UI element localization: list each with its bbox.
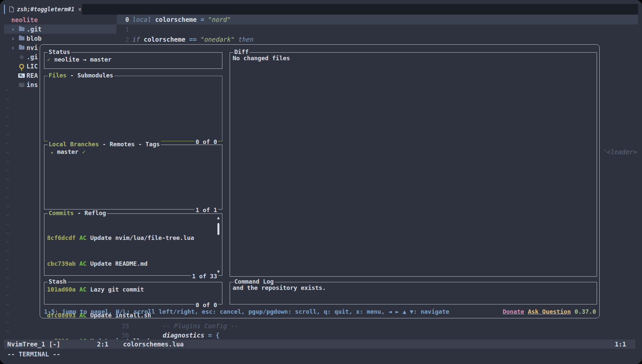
sidebar-item-license[interactable]: LIC [4,62,38,71]
tilde-marker: ~ [6,85,9,94]
status-panel[interactable]: Status ✓ neolite → master [44,52,222,69]
line-number: 0 [117,16,132,23]
tilde-marker: ~ [6,121,9,130]
status-panel-title: Status [48,48,71,55]
tilde-marker: ~ [6,184,9,193]
tilde-marker: ~ [6,103,9,112]
statusline-cursor-position: 1:1 [615,340,626,349]
statusline-tree-cursor: 2:1 [97,340,108,349]
files-panel-title: Files [49,72,67,79]
sidebar-item-nvim-folder[interactable]: › nvi [4,43,38,52]
commit-row[interactable]: abb3506bACUpdate README.md [47,363,219,364]
chevron-right-icon: › [9,34,17,42]
lazygit-version: 0.37.0 [574,308,596,315]
tilde-marker: ~ [6,228,9,237]
statusline-buffer-name: NvimTree_1 [-] [7,340,60,349]
chevron-right-icon: › [9,44,17,52]
tilde-marker: ~ [6,130,9,139]
command-log-title: Command Log [233,278,275,285]
tilde-marker: ~ [6,318,9,327]
commits-panel[interactable]: Commits - Reflog 8cf6dcdfACUpdate nvim/l… [44,213,222,276]
ask-question-link[interactable]: Ask Question [528,308,571,315]
commit-row[interactable]: 8cf6dcdfACUpdate nvim/lua/file-tree.lua [47,234,219,242]
tilde-marker: ~ [6,193,9,202]
code-line-0: 0local colorscheme = "nord" [117,15,638,24]
tilde-marker: ~ [6,300,9,309]
statusline-filename: colorschemes.lua [123,340,184,349]
sidebar-item-gitignore[interactable]: .gi [4,52,38,62]
sidebar-item-readme[interactable]: M↓ REA [4,71,38,80]
chevron-right-icon: › [9,25,17,33]
license-key-icon [17,64,26,69]
statusline: NvimTree_1 [-] 2:1 colorschemes.lua 1:1 [4,340,635,349]
branches-panel-title: Local Branches [49,141,99,148]
tab-close-button[interactable]: × [78,6,81,13]
terminal-window: zsh;#toggleterm#1 × neolite › .git › blo… [0,0,642,364]
git-file-icon [17,55,26,59]
diff-panel-title: Diff [233,48,250,55]
tilde-marker: ~ [6,210,9,219]
tilde-marker: ~ [6,166,9,175]
sidebar-item-git-folder[interactable]: › .git [4,24,42,34]
stash-panel[interactable]: Stash 0 of 0 [44,282,222,304]
commits-panel-title: Commits [49,209,74,216]
folder-icon [17,46,26,50]
commit-row[interactable]: cbc739abACUpdate README.md [47,259,219,268]
stash-panel-title: Stash [48,278,68,285]
diff-content: No changed files [230,53,597,63]
tilde-marker: ~ [6,157,9,166]
tilde-marker: ~ [6,237,9,246]
tilde-marker: ~ [6,309,9,318]
tree-root-label: neolite [11,15,38,24]
active-tab-indicator [4,5,5,14]
tilde-marker: ~ [6,246,9,255]
line-number: 1 [117,26,132,33]
screenshot-root: zsh;#toggleterm#1 × neolite › .git › blo… [0,0,642,364]
markdown-icon: M↓ [17,73,26,78]
donate-link[interactable]: Donate [503,308,524,315]
lazygit-info-bar: 1-5: jump to panel, H/L: scroll left/rig… [44,307,596,316]
tilde-marker: ~ [6,219,9,228]
tilde-marker: ~ [6,327,9,336]
star-icon: ★ [51,150,53,155]
tilde-marker: ~ [6,264,9,273]
scroll-up-icon[interactable]: ▲ [216,215,221,220]
check-icon: ✓ [82,148,86,155]
branches-counter: 1 of 1 [195,206,218,213]
tilde-marker: ~ [6,255,9,264]
tilde-marker: ~ [6,202,9,210]
line-number: 2 [117,36,132,43]
tilde-marker: ~ [6,273,9,282]
commits-counter: 1 of 33 [191,273,218,280]
code-line-1: 1 [117,24,638,34]
scrollbar-thumb[interactable] [217,223,219,235]
commits-scrollbar[interactable]: ▲ ▼ [216,215,221,274]
tilde-marker: ~ [6,94,9,103]
shell-icon: ›_ [17,83,26,87]
command-log-panel[interactable]: Command Log and the repository exists. [230,282,597,304]
tabline: zsh;#toggleterm#1 × [4,4,638,15]
folder-icon [17,27,26,31]
diff-panel[interactable]: Diff No changed files [230,52,597,277]
lazygit-float-window: Status ✓ neolite → master Files - Submod… [40,44,600,318]
files-counter: 0 of 0 [195,138,218,145]
mode-indicator: -- TERMINAL -- [7,349,60,359]
folder-icon [17,36,26,40]
sidebar-item-blob-folder[interactable]: › blob [4,34,42,43]
tab-toggleterm[interactable]: zsh;#toggleterm#1 × [4,4,82,15]
command-log-content: and the repository exists. [230,282,597,292]
tilde-marker: ~ [6,291,9,300]
tilde-marker: ~ [6,139,9,148]
tilde-marker: ~ [6,175,9,184]
files-panel[interactable]: Files - Submodules 0 of 0 [44,76,222,141]
file-icon [9,6,14,12]
check-icon: ✓ [47,56,51,63]
tilde-marker: ~ [6,282,9,291]
branches-panel[interactable]: Local Branches - Remotes - Tags ★ master… [44,145,222,209]
tab-title: zsh;#toggleterm#1 [17,6,74,13]
leader-string-hint: '<leader> [603,148,637,156]
code-line-2: 2if colorscheme == "onedark" then [117,34,638,44]
keybinding-hints: 1-5: jump to panel, H/L: scroll left/rig… [44,308,449,315]
tilde-marker: ~ [6,148,9,157]
tilde-marker: ~ [6,112,9,121]
